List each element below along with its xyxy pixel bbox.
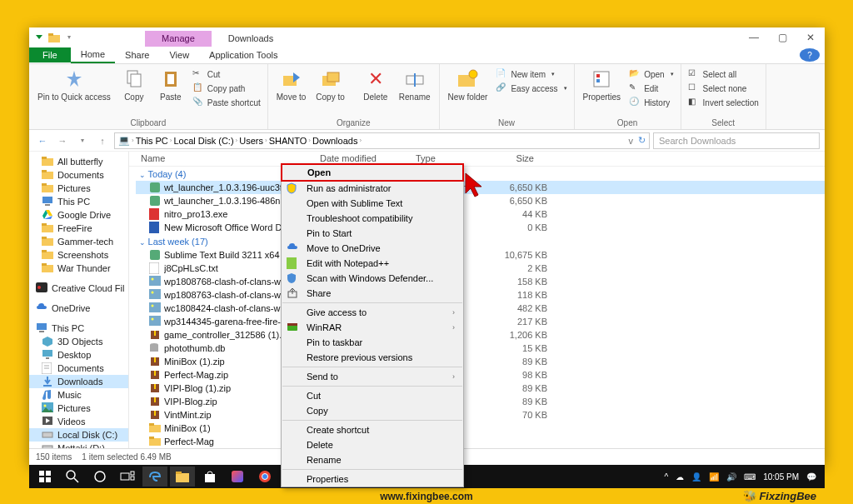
- cut-button[interactable]: ✂Cut: [191, 67, 262, 81]
- sidebar-item[interactable]: Screenshots: [29, 248, 128, 262]
- col-date[interactable]: Date modified: [317, 153, 412, 163]
- help-button[interactable]: ?: [800, 48, 820, 62]
- crumb-drive[interactable]: Local Disk (C:): [173, 136, 233, 146]
- move-to-button[interactable]: Move to: [273, 66, 310, 103]
- file-row[interactable]: MiniBox (1): [136, 422, 825, 435]
- store-icon[interactable]: [197, 467, 222, 487]
- paste-button[interactable]: Paste: [154, 66, 187, 103]
- file-row[interactable]: j8CpHLsC.txt2 KB: [136, 262, 825, 275]
- col-name[interactable]: Name: [137, 153, 317, 163]
- file-row[interactable]: nitro_pro13.exe44 KB: [136, 207, 825, 221]
- paste-shortcut-button[interactable]: 📎Paste shortcut: [191, 96, 262, 109]
- edit-button[interactable]: ✎Edit: [627, 82, 675, 95]
- group-lastweek[interactable]: Last week (17): [136, 234, 825, 248]
- file-row[interactable]: New Microsoft Office Word Document.d...0…: [136, 221, 825, 234]
- share-tab[interactable]: Share: [115, 47, 159, 62]
- menu-item[interactable]: Share: [282, 286, 463, 301]
- file-row[interactable]: game_controller_312586 (1).zip1,206 KB: [136, 328, 825, 342]
- sidebar-item[interactable]: Videos: [29, 415, 128, 428]
- sidebar-item[interactable]: All butterfly: [29, 155, 128, 168]
- menu-item[interactable]: Open: [281, 163, 464, 182]
- tray-chevron-icon[interactable]: ^: [664, 472, 668, 482]
- menu-item[interactable]: Scan with Windows Defender...: [282, 271, 463, 286]
- col-type[interactable]: Type: [412, 153, 479, 163]
- sidebar-item[interactable]: Google Drive: [29, 208, 128, 222]
- menu-item[interactable]: Rename: [282, 452, 463, 467]
- menu-item[interactable]: Copy: [282, 403, 463, 418]
- down-arrow-icon[interactable]: [32, 31, 45, 43]
- menu-item[interactable]: Cut: [282, 388, 463, 403]
- app-tools-tab[interactable]: Application Tools: [199, 47, 287, 62]
- new-folder-button[interactable]: New folder: [445, 66, 491, 103]
- menu-item[interactable]: Move to OneDrive: [282, 241, 463, 256]
- manage-tab-header[interactable]: Manage: [145, 31, 212, 47]
- back-button[interactable]: ←: [34, 132, 51, 149]
- menu-item[interactable]: Pin to Start: [282, 226, 463, 241]
- tray-notifications-icon[interactable]: 💬: [806, 472, 816, 482]
- sidebar-item[interactable]: Desktop: [29, 348, 128, 362]
- menu-item[interactable]: Troubleshoot compatibility: [282, 211, 463, 226]
- breadcrumb-dropdown[interactable]: v: [629, 136, 634, 146]
- sidebar-item[interactable]: Documents: [29, 168, 128, 182]
- menu-item[interactable]: Run as administrator: [282, 181, 463, 196]
- file-row[interactable]: wp3144345-garena-free-fire-wallpapers.j.…: [136, 315, 825, 328]
- crumb-user[interactable]: SHANTO: [269, 136, 307, 146]
- sidebar-this-pc[interactable]: This PC: [29, 322, 128, 335]
- new-item-button[interactable]: 📄New item▾: [494, 67, 568, 81]
- menu-item[interactable]: Pin to taskbar: [282, 335, 463, 350]
- sidebar-item[interactable]: Music: [29, 388, 128, 402]
- menu-item[interactable]: WinRAR›: [282, 320, 463, 335]
- tray-lang-icon[interactable]: ⌨: [744, 472, 756, 482]
- explorer-icon[interactable]: [170, 467, 195, 487]
- history-button[interactable]: 🕘History: [627, 96, 675, 109]
- file-row[interactable]: VintMint.zip70 KB: [136, 408, 825, 422]
- context-menu[interactable]: OpenRun as administratorOpen with Sublim…: [281, 163, 464, 487]
- select-none-button[interactable]: ☐Select none: [686, 82, 761, 95]
- menu-item[interactable]: Edit with Notepad++: [282, 256, 463, 271]
- pin-quick-access-button[interactable]: Pin to Quick access: [34, 66, 114, 103]
- crumb-folder[interactable]: Downloads: [312, 136, 357, 146]
- menu-item[interactable]: Send to›: [282, 369, 463, 384]
- column-headers[interactable]: Name Date modified Type Size: [129, 152, 825, 167]
- menu-item[interactable]: Open with Sublime Text: [282, 196, 463, 211]
- sidebar-item[interactable]: Pictures: [29, 402, 128, 415]
- copy-path-button[interactable]: 📋Copy path: [191, 82, 262, 95]
- sidebar-item[interactable]: Gammer-tech: [29, 235, 128, 248]
- start-button[interactable]: [32, 467, 57, 487]
- col-size[interactable]: Size: [479, 153, 537, 163]
- file-row[interactable]: wp1808763-clash-of-clans-wallpapers.jpg1…: [136, 288, 825, 302]
- open-button[interactable]: 📂Open▾: [627, 67, 675, 81]
- file-row[interactable]: VIPI-Blog (1).zip89 KB: [136, 382, 825, 395]
- file-row[interactable]: VIPI-Blog.zip89 KB: [136, 395, 825, 408]
- sidebar-item[interactable]: Pictures: [29, 182, 128, 195]
- breadcrumb[interactable]: 💻 › This PC› Local Disk (C:)› Users› SHA…: [114, 132, 650, 149]
- file-row[interactable]: Perfect-Mag.zip98 KB: [136, 368, 825, 382]
- menu-item[interactable]: Delete: [282, 437, 463, 452]
- easy-access-button[interactable]: 🔗Easy access▾: [494, 82, 568, 95]
- app-icon-1[interactable]: [225, 467, 250, 487]
- properties-button[interactable]: Properties: [580, 66, 625, 103]
- sidebar-item[interactable]: Downloads: [29, 375, 128, 388]
- crumb-pc[interactable]: This PC: [136, 136, 168, 146]
- invert-selection-button[interactable]: ◧Invert selection: [686, 96, 761, 109]
- menu-item[interactable]: Restore previous versions: [282, 350, 463, 365]
- tray-wifi-icon[interactable]: 📶: [709, 472, 719, 482]
- dropdown-icon[interactable]: ▾: [62, 31, 75, 43]
- file-tab[interactable]: File: [29, 47, 71, 62]
- sidebar-item[interactable]: 3D Objects: [29, 335, 128, 348]
- file-list[interactable]: Today (4)wt_launcher_1.0.3.196-uuc3fqp81…: [129, 167, 825, 448]
- file-row[interactable]: wp1808768-clash-of-clans-wallpapers.jpg1…: [136, 275, 825, 288]
- search-input[interactable]: Search Downloads: [653, 132, 820, 149]
- sidebar-item[interactable]: This PC: [29, 195, 128, 208]
- maximize-button[interactable]: ▢: [768, 27, 796, 47]
- tray-volume-icon[interactable]: 🔊: [726, 472, 736, 482]
- file-row[interactable]: Perfect-Mag: [136, 435, 825, 448]
- task-view-icon[interactable]: [115, 467, 140, 487]
- sidebar-onedrive[interactable]: OneDrive: [29, 302, 128, 315]
- forward-button[interactable]: →: [54, 132, 71, 149]
- file-row[interactable]: MiniBox (1).zip89 KB: [136, 355, 825, 368]
- select-all-button[interactable]: ☑Select all: [686, 67, 761, 81]
- refresh-button[interactable]: ↻: [638, 135, 646, 146]
- file-row[interactable]: photothumb.db15 KB: [136, 342, 825, 355]
- file-row[interactable]: Sublime Text Build 3211 x64 Setup.exe10,…: [136, 248, 825, 262]
